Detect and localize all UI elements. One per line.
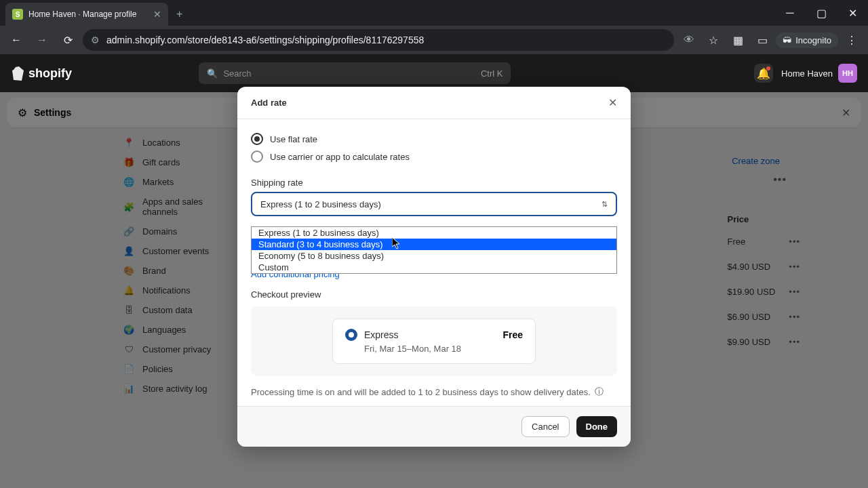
radio-flat-rate[interactable]: Use flat rate <box>251 130 617 148</box>
back-button[interactable]: ← <box>5 29 27 51</box>
tab-bar: S Home Haven · Manage profile ✕ + ─ ▢ ✕ <box>0 0 868 26</box>
extension-icon[interactable]: ▦ <box>727 29 749 51</box>
select-caret-icon: ⇅ <box>601 200 608 209</box>
minimize-button[interactable]: ─ <box>774 0 806 26</box>
modal-header: Add rate ✕ <box>237 87 631 119</box>
new-tab-button[interactable]: + <box>168 3 191 26</box>
dropdown-option[interactable]: Economy (5 to 8 business days) <box>252 250 616 262</box>
url-text: admin.shopify.com/store/de8143-a6/settin… <box>106 35 424 45</box>
shipping-rate-label: Shipping rate <box>251 178 617 188</box>
info-icon[interactable]: ⓘ <box>595 386 604 398</box>
shopify-favicon: S <box>12 9 23 20</box>
modal-close-icon[interactable]: ✕ <box>608 96 617 109</box>
panel-icon[interactable]: ▭ <box>751 29 773 51</box>
store-badge[interactable]: Home Haven HH <box>781 64 857 83</box>
dropdown-option[interactable]: Custom <box>252 262 616 273</box>
tab-title: Home Haven · Manage profile <box>28 9 148 19</box>
eye-icon[interactable]: 👁 <box>678 29 700 51</box>
preview-delivery-dates: Fri, Mar 15–Mon, Mar 18 <box>364 344 523 354</box>
preview-rate-name: Express <box>364 329 399 340</box>
search-icon: 🔍 <box>207 68 218 79</box>
site-info-icon[interactable]: ⚙ <box>91 35 100 45</box>
reload-button[interactable]: ⟳ <box>57 29 79 51</box>
shipping-rate-select[interactable]: Express (1 to 2 business days) ⇅ <box>251 192 617 216</box>
dropdown-option[interactable]: Express (1 to 2 business days) <box>252 227 616 239</box>
radio-icon <box>251 133 263 145</box>
search-bar[interactable]: 🔍 Search Ctrl K <box>199 62 511 84</box>
shopify-logo[interactable]: shopify <box>11 66 72 81</box>
modal-footer: Cancel Done <box>237 406 631 447</box>
add-rate-modal: Add rate ✕ Use flat rate Use carrier or … <box>237 87 631 447</box>
modal-title: Add rate <box>251 98 287 108</box>
preview-option: Express Free Fri, Mar 15–Mon, Mar 18 <box>332 319 536 364</box>
browser-chrome: S Home Haven · Manage profile ✕ + ─ ▢ ✕ … <box>0 0 868 54</box>
browser-tab[interactable]: S Home Haven · Manage profile ✕ <box>5 3 168 26</box>
preview-rate-price: Free <box>502 329 523 340</box>
incognito-icon: 🕶 <box>783 35 791 45</box>
radio-icon <box>251 150 263 163</box>
checkout-preview-label: Checkout preview <box>251 289 617 300</box>
preview-radio-icon <box>345 329 357 341</box>
shipping-rate-dropdown: Express (1 to 2 business days)Standard (… <box>251 226 617 274</box>
maximize-button[interactable]: ▢ <box>806 0 837 26</box>
bookmark-icon[interactable]: ☆ <box>703 29 724 51</box>
browser-menu-icon[interactable]: ⋮ <box>841 29 863 51</box>
window-controls: ─ ▢ ✕ <box>774 0 868 26</box>
incognito-badge[interactable]: 🕶 Incognito <box>776 33 838 48</box>
forward-button[interactable]: → <box>31 29 53 51</box>
search-shortcut: Ctrl K <box>481 68 503 79</box>
notifications-button[interactable]: 🔔 <box>754 64 773 83</box>
checkout-preview-card: Express Free Fri, Mar 15–Mon, Mar 18 <box>251 306 617 376</box>
nav-bar: ← → ⟳ ⚙ admin.shopify.com/store/de8143-a… <box>0 26 868 54</box>
close-window-button[interactable]: ✕ <box>837 0 868 26</box>
dropdown-option[interactable]: Standard (3 to 4 business days) <box>252 239 616 250</box>
cancel-button[interactable]: Cancel <box>521 416 569 437</box>
store-avatar: HH <box>838 64 857 83</box>
radio-carrier-rate[interactable]: Use carrier or app to calculate rates <box>251 148 617 165</box>
url-bar[interactable]: ⚙ admin.shopify.com/store/de8143-a6/sett… <box>83 29 674 51</box>
tab-close-icon[interactable]: ✕ <box>153 9 161 20</box>
done-button[interactable]: Done <box>576 416 618 437</box>
processing-time-note: Processing time is on and will be added … <box>251 386 617 398</box>
